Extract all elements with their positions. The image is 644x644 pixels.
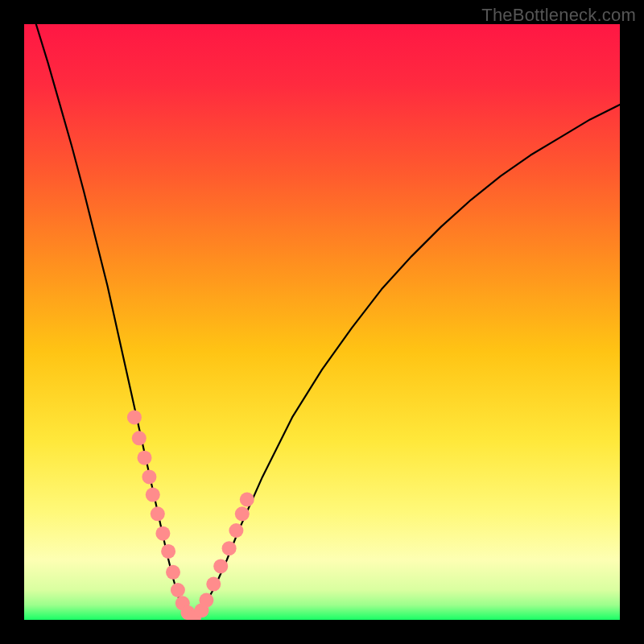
marker-layer — [24, 24, 620, 620]
data-marker — [213, 559, 228, 573]
data-marker — [132, 431, 147, 445]
data-marker — [127, 410, 142, 424]
data-marker — [222, 541, 237, 555]
data-marker — [206, 577, 221, 592]
chart-frame: TheBottleneck.com — [0, 0, 644, 644]
data-marker — [199, 593, 213, 608]
data-marker — [171, 583, 185, 597]
data-marker — [240, 493, 254, 507]
data-marker — [151, 506, 165, 521]
data-marker — [161, 544, 175, 559]
data-marker — [235, 506, 250, 521]
data-marker — [142, 469, 156, 484]
data-marker — [155, 526, 170, 541]
data-marker — [229, 523, 243, 538]
data-marker — [138, 451, 152, 465]
marker-group — [127, 410, 254, 620]
attribution-text: TheBottleneck.com — [481, 5, 636, 26]
plot-area — [24, 24, 620, 620]
data-marker — [166, 565, 180, 580]
data-marker — [146, 488, 160, 502]
